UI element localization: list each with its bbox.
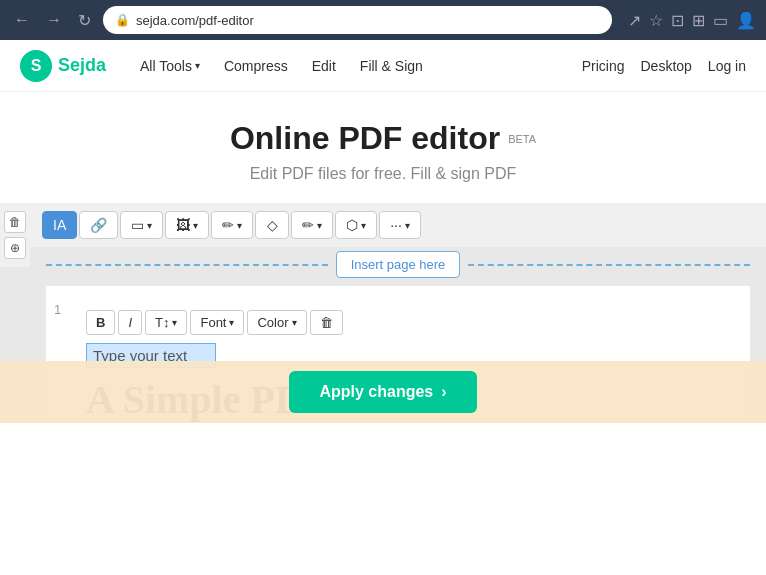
highlight-dropdown-icon: ▾ bbox=[317, 220, 322, 231]
tool-shape-button[interactable]: ⬡ ▾ bbox=[335, 211, 377, 239]
browser-actions: ↗ ☆ ⊡ ⊞ ▭ 👤 bbox=[628, 11, 756, 30]
zoom-icon: ⊕ bbox=[10, 241, 20, 255]
text-tool-label: IA bbox=[53, 217, 66, 233]
bold-button[interactable]: B bbox=[86, 310, 115, 335]
nav-item-compress[interactable]: Compress bbox=[214, 52, 298, 80]
sidebar-delete-button[interactable]: 🗑 bbox=[4, 211, 26, 233]
tool-more-button[interactable]: ··· ▾ bbox=[379, 211, 421, 239]
window-icon[interactable]: ▭ bbox=[713, 11, 728, 30]
tool-highlight-button[interactable]: ✏ ▾ bbox=[291, 211, 333, 239]
delete-text-button[interactable]: 🗑 bbox=[310, 310, 343, 335]
shape-icon: ⬡ bbox=[346, 217, 358, 233]
puzzle-icon[interactable]: ⊞ bbox=[692, 11, 705, 30]
highlight-icon: ✏ bbox=[302, 217, 314, 233]
color-label: Color bbox=[257, 315, 288, 330]
star-icon[interactable]: ☆ bbox=[649, 11, 663, 30]
profile-icon[interactable]: 👤 bbox=[736, 11, 756, 30]
forward-button[interactable]: → bbox=[42, 7, 66, 33]
apply-footer: Apply changes › bbox=[0, 361, 766, 423]
logo-area[interactable]: S Sejda bbox=[20, 50, 106, 82]
hero-section: Online PDF editor BETA Edit PDF files fo… bbox=[0, 92, 766, 203]
font-button[interactable]: Font ▾ bbox=[190, 310, 244, 335]
address-bar[interactable]: 🔒 sejda.com/pdf-editor bbox=[103, 6, 612, 34]
hero-subtitle: Edit PDF files for free. Fill & sign PDF bbox=[0, 165, 766, 183]
apply-arrow-icon: › bbox=[441, 383, 446, 401]
logo-icon: S bbox=[20, 50, 52, 82]
font-size-label: T↕ bbox=[155, 315, 169, 330]
font-size-dropdown-icon: ▾ bbox=[172, 317, 177, 328]
nav-login[interactable]: Log in bbox=[708, 58, 746, 74]
color-button[interactable]: Color ▾ bbox=[247, 310, 306, 335]
font-label: Font bbox=[200, 315, 226, 330]
trash-icon: 🗑 bbox=[9, 215, 21, 229]
more-dropdown-icon: ▾ bbox=[405, 220, 410, 231]
cast-icon[interactable]: ⊡ bbox=[671, 11, 684, 30]
nav-pricing[interactable]: Pricing bbox=[582, 58, 625, 74]
nav-item-all-tools[interactable]: All Tools ▾ bbox=[130, 52, 210, 80]
tool-erase-button[interactable]: ◇ bbox=[255, 211, 289, 239]
shape-dropdown-icon: ▾ bbox=[361, 220, 366, 231]
page-number: 1 bbox=[54, 302, 61, 317]
left-sidebar: 🗑 ⊕ bbox=[0, 203, 30, 267]
refresh-button[interactable]: ↻ bbox=[74, 7, 95, 34]
more-icon: ··· bbox=[390, 217, 402, 233]
back-button[interactable]: ← bbox=[10, 7, 34, 33]
delete-text-icon: 🗑 bbox=[320, 315, 333, 330]
tool-text-button[interactable]: IA bbox=[42, 211, 77, 239]
apply-changes-label: Apply changes bbox=[319, 383, 433, 401]
text-format-toolbar: B I T↕ ▾ Font ▾ Color ▾ 🗑 bbox=[86, 310, 730, 335]
tool-whitebox-button[interactable]: ▭ ▾ bbox=[120, 211, 163, 239]
draw-icon: ✏ bbox=[222, 217, 234, 233]
tool-link-button[interactable]: 🔗 bbox=[79, 211, 118, 239]
editor-area: 🗑 ⊕ IA 🔗 ▭ ▾ 🖼 ▾ ✏ ▾ ◇ ✏ ▾ bbox=[0, 203, 766, 423]
italic-button[interactable]: I bbox=[118, 310, 142, 335]
logo-name: Sejda bbox=[58, 55, 106, 76]
nav-right: Pricing Desktop Log in bbox=[582, 58, 746, 74]
browser-chrome: ← → ↻ 🔒 sejda.com/pdf-editor ↗ ☆ ⊡ ⊞ ▭ 👤 bbox=[0, 0, 766, 40]
link-icon: 🔗 bbox=[90, 217, 107, 233]
insert-page-button[interactable]: Insert page here bbox=[336, 251, 461, 278]
share-icon[interactable]: ↗ bbox=[628, 11, 641, 30]
draw-dropdown-icon: ▾ bbox=[237, 220, 242, 231]
nav-item-edit[interactable]: Edit bbox=[302, 52, 346, 80]
image-dropdown-icon: ▾ bbox=[193, 220, 198, 231]
nav-item-fill-sign[interactable]: Fill & Sign bbox=[350, 52, 433, 80]
dashed-line-right bbox=[468, 264, 750, 266]
image-icon: 🖼 bbox=[176, 217, 190, 233]
whitebox-icon: ▭ bbox=[131, 217, 144, 233]
editor-toolbar: IA 🔗 ▭ ▾ 🖼 ▾ ✏ ▾ ◇ ✏ ▾ ⬡ ▾ ··· ▾ bbox=[30, 203, 766, 247]
dashed-line-left bbox=[46, 264, 328, 266]
beta-badge: BETA bbox=[508, 133, 536, 145]
url-text: sejda.com/pdf-editor bbox=[136, 13, 254, 28]
apply-changes-button[interactable]: Apply changes › bbox=[289, 371, 476, 413]
font-dropdown-icon: ▾ bbox=[229, 317, 234, 328]
lock-icon: 🔒 bbox=[115, 13, 130, 27]
app-nav: S Sejda All Tools ▾ Compress Edit Fill &… bbox=[0, 40, 766, 92]
tool-image-button[interactable]: 🖼 ▾ bbox=[165, 211, 209, 239]
sidebar-zoom-button[interactable]: ⊕ bbox=[4, 237, 26, 259]
erase-icon: ◇ bbox=[267, 217, 278, 233]
nav-desktop[interactable]: Desktop bbox=[640, 58, 691, 74]
nav-items: All Tools ▾ Compress Edit Fill & Sign bbox=[130, 52, 582, 80]
font-size-button[interactable]: T↕ ▾ bbox=[145, 310, 187, 335]
tool-draw-button[interactable]: ✏ ▾ bbox=[211, 211, 253, 239]
color-dropdown-icon: ▾ bbox=[292, 317, 297, 328]
whitebox-dropdown-icon: ▾ bbox=[147, 220, 152, 231]
hero-title: Online PDF editor BETA bbox=[0, 120, 766, 157]
chevron-down-icon: ▾ bbox=[195, 60, 200, 71]
insert-page-line: Insert page here bbox=[46, 251, 750, 278]
